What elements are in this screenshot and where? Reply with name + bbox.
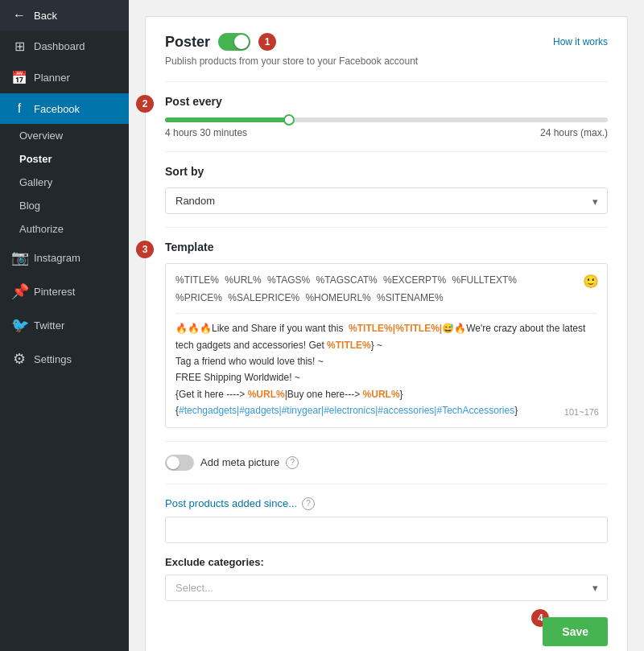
sort-by-select-wrapper: Random Newest Oldest Price: Low to High … xyxy=(165,187,608,214)
post-since-info-icon[interactable]: ? xyxy=(302,497,315,510)
add-meta-label: Add meta picture xyxy=(200,456,279,468)
sidebar-sub-blog[interactable]: Blog xyxy=(0,194,129,217)
slider-container: 4 hours 30 minutes 24 hours (max.) xyxy=(165,117,608,138)
settings-icon: ⚙ xyxy=(11,350,27,368)
sidebar-planner-label: Planner xyxy=(34,72,70,84)
dashboard-icon: ⊞ xyxy=(11,39,27,54)
save-button[interactable]: Save xyxy=(543,617,608,646)
exclude-label: Exclude categories: xyxy=(165,556,608,568)
exclude-section: Exclude categories: Select... xyxy=(165,556,608,601)
sidebar-sub-authorize[interactable]: Authorize xyxy=(0,217,129,241)
poster-toggle[interactable] xyxy=(218,33,250,51)
slider-thumb[interactable] xyxy=(283,114,295,126)
sidebar-sub-poster[interactable]: Poster xyxy=(0,147,129,171)
sidebar-item-planner[interactable]: 📅 Planner xyxy=(0,62,129,93)
sidebar-sub-blog-label: Blog xyxy=(19,200,40,212)
sidebar-item-back[interactable]: ← Back xyxy=(0,0,129,31)
slider-min-label: 4 hours 30 minutes xyxy=(165,127,247,138)
post-since-input[interactable] xyxy=(165,517,608,543)
sidebar-sub-poster-label: Poster xyxy=(19,153,52,165)
template-line-2: Tag a friend who would love this! ~ xyxy=(175,353,597,369)
twitter-icon: 🐦 xyxy=(11,316,27,334)
step-badge-2: 2 xyxy=(136,95,154,113)
add-meta-row: Add meta picture ? xyxy=(165,455,608,471)
sidebar-item-twitter[interactable]: 🐦 Twitter xyxy=(0,308,129,342)
slider-labels: 4 hours 30 minutes 24 hours (max.) xyxy=(165,127,608,138)
main-content: Poster 1 How it works Publish products f… xyxy=(129,0,644,651)
exclude-select-wrapper: Select... xyxy=(165,575,608,601)
step-badge-1: 1 xyxy=(258,33,276,51)
sidebar-item-settings[interactable]: ⚙ Settings xyxy=(0,342,129,376)
poster-subtitle: Publish products from your store to your… xyxy=(165,56,608,67)
sidebar: ← Back ⊞ Dashboard 📅 Planner f Facebook … xyxy=(0,0,129,651)
pinterest-icon: 📌 xyxy=(11,282,27,300)
sidebar-pinterest-label: Pinterest xyxy=(34,286,75,298)
post-since-label: Post products added since... ? xyxy=(165,497,608,510)
sidebar-sub-overview-label: Overview xyxy=(19,130,63,142)
planner-icon: 📅 xyxy=(11,70,27,85)
add-meta-info-icon[interactable]: ? xyxy=(286,456,299,469)
sidebar-settings-label: Settings xyxy=(34,353,72,365)
template-box[interactable]: 🙂 %TITLE% %URL% %TAGS% %TAGSCAT% %EXCERP… xyxy=(165,263,608,428)
poster-title-row: Poster 1 xyxy=(165,33,276,51)
slider-track xyxy=(165,117,608,122)
slider-max-label: 24 hours (max.) xyxy=(540,127,608,138)
sort-by-select[interactable]: Random Newest Oldest Price: Low to High … xyxy=(165,187,608,214)
sidebar-sub-overview[interactable]: Overview xyxy=(0,124,129,147)
poster-title: Poster xyxy=(165,34,210,51)
toggle-knob xyxy=(234,35,249,49)
step-badge-3: 3 xyxy=(136,241,154,258)
sidebar-sub-gallery-label: Gallery xyxy=(19,176,52,188)
save-row: 4 Save xyxy=(165,617,608,646)
post-since-section: Post products added since... ? xyxy=(165,497,608,556)
slider-fill xyxy=(165,117,289,122)
sidebar-item-pinterest[interactable]: 📌 Pinterest xyxy=(0,274,129,308)
template-content: 🔥🔥🔥Like and Share if you want this %TITL… xyxy=(175,320,597,418)
meta-toggle-knob xyxy=(167,456,180,469)
poster-card: Poster 1 How it works Publish products f… xyxy=(145,16,628,651)
back-icon: ← xyxy=(11,8,27,23)
how-it-works-link[interactable]: How it works xyxy=(553,36,608,47)
sidebar-sub-authorize-label: Authorize xyxy=(19,223,64,235)
sort-by-section: Sort by Random Newest Oldest Price: Low … xyxy=(165,165,608,214)
sidebar-facebook-label: Facebook xyxy=(34,103,80,115)
facebook-icon: f xyxy=(11,101,27,116)
sort-by-label: Sort by xyxy=(165,165,608,178)
template-label: Template xyxy=(165,241,608,253)
template-line-3: FREE Shipping Worldwide! ~ xyxy=(175,369,597,385)
sidebar-instagram-label: Instagram xyxy=(34,252,80,264)
sidebar-item-instagram[interactable]: 📷 Instagram xyxy=(0,241,129,274)
template-line-1: 🔥🔥🔥Like and Share if you want this %TITL… xyxy=(175,320,597,353)
sidebar-item-facebook[interactable]: f Facebook xyxy=(0,93,129,124)
poster-header: Poster 1 How it works xyxy=(165,33,608,51)
template-vars: %TITLE% %URL% %TAGS% %TAGSCAT% %EXCERPT%… xyxy=(175,272,597,307)
template-line-5: {#techgadgets|#gadgets|#tinygear|#electr… xyxy=(175,402,597,418)
instagram-icon: 📷 xyxy=(11,249,27,266)
char-count: 101~176 xyxy=(564,405,599,421)
sidebar-item-dashboard[interactable]: ⊞ Dashboard xyxy=(0,31,129,62)
post-every-label: Post every xyxy=(165,95,608,108)
template-section: 3 Template 🙂 %TITLE% %URL% %TAGS% %TAGSC… xyxy=(165,241,608,428)
emoji-button[interactable]: 🙂 xyxy=(583,270,599,294)
post-every-section: 2 Post every 4 hours 30 minutes 24 hours… xyxy=(165,95,608,138)
sidebar-dashboard-label: Dashboard xyxy=(34,40,85,52)
sidebar-back-label: Back xyxy=(34,10,57,22)
meta-picture-toggle[interactable] xyxy=(165,455,194,471)
exclude-select[interactable]: Select... xyxy=(165,575,608,601)
template-line-4: {Get it here ----> %URL%|Buy one here---… xyxy=(175,386,597,402)
sidebar-twitter-label: Twitter xyxy=(34,319,64,332)
sidebar-sub-gallery[interactable]: Gallery xyxy=(0,171,129,194)
